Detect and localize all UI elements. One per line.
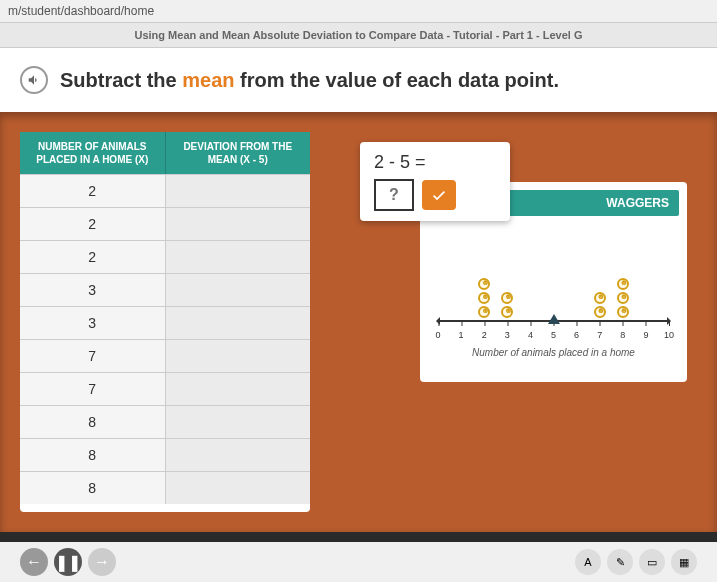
cell-dev[interactable] [166,175,311,207]
tick-label: 2 [482,330,487,340]
text-tool-icon[interactable]: A [575,549,601,575]
cell-dev[interactable] [166,340,311,372]
mean-marker-icon [548,314,560,324]
cell-dev[interactable] [166,208,311,240]
equation-box: 2 - 5 = [360,142,510,221]
cell-x: 8 [20,406,166,438]
cell-dev[interactable] [166,439,311,471]
tick-label: 0 [435,330,440,340]
cell-dev[interactable] [166,274,311,306]
table-row: 2 [20,174,310,207]
tick-label: 10 [664,330,674,340]
cell-x: 8 [20,472,166,504]
table-row: 2 [20,207,310,240]
cell-dev[interactable] [166,472,311,504]
cell-dev[interactable] [166,373,311,405]
pencil-tool-icon[interactable]: ✎ [607,549,633,575]
cell-x: 2 [20,241,166,273]
table-row: 3 [20,306,310,339]
page-header: Using Mean and Mean Absolute Deviation t… [0,23,717,48]
url-bar: m/student/dashboard/home [0,0,717,23]
tick-label: 8 [620,330,625,340]
instruction-text: Subtract the mean from the value of each… [60,69,559,92]
dotplot-dot [478,278,490,290]
cell-dev[interactable] [166,307,311,339]
back-button[interactable]: ← [20,548,48,576]
col-header-x: NUMBER OF ANIMALS PLACED IN A HOME (X) [20,132,166,174]
cell-x: 3 [20,274,166,306]
dotplot-dot [478,292,490,304]
dotplot-dot [617,306,629,318]
answer-input[interactable] [374,179,414,211]
dotplot-dot [501,292,513,304]
speaker-icon[interactable] [20,66,48,94]
table-row: 8 [20,438,310,471]
dotplot-dot [594,292,606,304]
main-content: NUMBER OF ANIMALS PLACED IN A HOME (X) D… [0,112,717,532]
dotplot-axis-label: Number of animals placed in a home [428,347,679,358]
table-row: 2 [20,240,310,273]
table-row: 3 [20,273,310,306]
dotplot-dot [594,306,606,318]
tick-label: 1 [459,330,464,340]
col-header-dev: DEVIATION FROM THE MEAN (X - 5) [166,132,311,174]
dotplot-dot [478,306,490,318]
tick-label: 3 [505,330,510,340]
cell-x: 2 [20,208,166,240]
tick-label: 4 [528,330,533,340]
grid-tool-icon[interactable]: ▦ [671,549,697,575]
instr-post: from the value of each data point. [235,69,560,91]
cell-x: 3 [20,307,166,339]
bottom-toolbar: ← ❚❚ → A ✎ ▭ ▦ [0,542,717,582]
tick-label: 9 [643,330,648,340]
instr-pre: Subtract the [60,69,182,91]
table-row: 7 [20,339,310,372]
equation-expr: 2 - 5 = [374,152,496,173]
cell-x: 7 [20,373,166,405]
data-table: NUMBER OF ANIMALS PLACED IN A HOME (X) D… [20,132,310,512]
table-row: 8 [20,405,310,438]
cell-x: 7 [20,340,166,372]
cell-x: 2 [20,175,166,207]
tick-label: 6 [574,330,579,340]
pause-button[interactable]: ❚❚ [54,548,82,576]
instruction-bar: Subtract the mean from the value of each… [0,48,717,112]
tick-label: 7 [597,330,602,340]
tick-label: 5 [551,330,556,340]
instr-mean: mean [182,69,234,91]
note-tool-icon[interactable]: ▭ [639,549,665,575]
cell-dev[interactable] [166,241,311,273]
table-row: 8 [20,471,310,504]
dotplot-dot [617,278,629,290]
dotplot-dot [501,306,513,318]
table-row: 7 [20,372,310,405]
forward-button[interactable]: → [88,548,116,576]
dotplot-dot [617,292,629,304]
cell-dev[interactable] [166,406,311,438]
cell-x: 8 [20,439,166,471]
check-button[interactable] [422,180,456,210]
